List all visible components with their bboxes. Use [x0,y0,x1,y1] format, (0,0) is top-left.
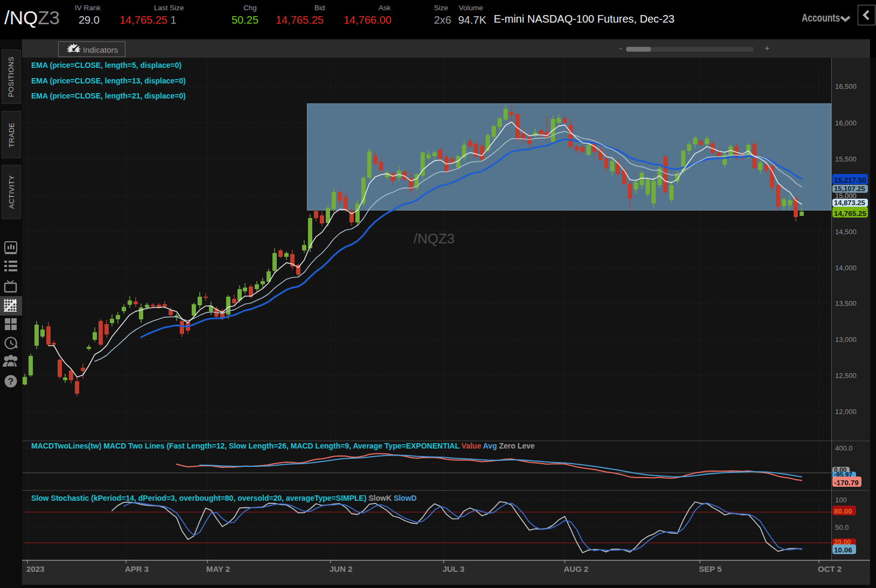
svg-text:-170.79: -170.79 [834,479,859,487]
svg-text:13,000: 13,000 [835,335,857,344]
svg-text:50.0: 50.0 [835,523,849,531]
svg-text:100: 100 [835,496,847,504]
svg-text:14,000: 14,000 [835,264,857,272]
svg-text:10.06: 10.06 [834,546,852,554]
svg-text:2023: 2023 [26,564,44,573]
svg-text:SEP 5: SEP 5 [699,564,721,573]
svg-text:EMA (price=CLOSE, length=13, d: EMA (price=CLOSE, length=13, displace=0) [31,76,186,85]
svg-text:16,500: 16,500 [835,82,857,90]
svg-text:15,500: 15,500 [835,155,857,163]
svg-text:/NQZ3: /NQZ3 [414,230,455,247]
svg-text:400.0: 400.0 [835,444,853,452]
svg-text:JUL 3: JUL 3 [443,564,465,573]
svg-text:12,500: 12,500 [835,372,857,380]
svg-text:Slow Stochastic (kPeriod=14, d: Slow Stochastic (kPeriod=14, dPeriod=3, … [31,494,417,502]
svg-text:EMA (price=CLOSE, length=21, d: EMA (price=CLOSE, length=21, displace=0) [31,92,186,100]
svg-text:16,000: 16,000 [835,119,857,127]
svg-text:EMA (price=CLOSE, length=5, di: EMA (price=CLOSE, length=5, displace=0) [31,61,181,69]
svg-text:13,500: 13,500 [835,299,857,307]
svg-text:14,500: 14,500 [835,228,857,236]
svg-text:14,873.25: 14,873.25 [834,199,865,207]
svg-text:15,217.50: 15,217.50 [834,176,866,184]
svg-text:AUG 2: AUG 2 [564,564,588,573]
svg-text:MACDTwoLines(tw) MACD Two Line: MACDTwoLines(tw) MACD Two Lines (Fast Le… [31,442,535,450]
svg-text:APR 3: APR 3 [125,564,149,573]
svg-text:14,765.25: 14,765.25 [834,209,867,218]
svg-text:15,107.25: 15,107.25 [834,185,865,193]
svg-text:MAY 2: MAY 2 [206,564,230,573]
svg-text:12,000: 12,000 [835,408,857,416]
svg-text:80.00: 80.00 [834,507,852,515]
svg-text:JUN 2: JUN 2 [330,564,353,573]
svg-text:?: ? [8,376,13,387]
svg-text:OCT 2: OCT 2 [818,564,842,573]
